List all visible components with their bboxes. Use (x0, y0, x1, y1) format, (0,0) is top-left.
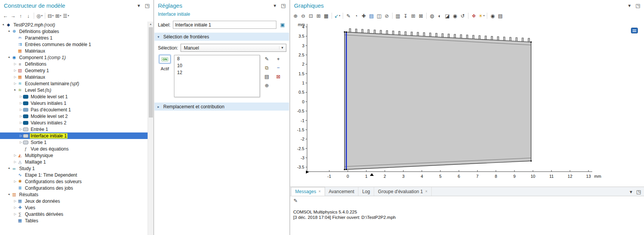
tab-messages[interactable]: Messages× (291, 187, 325, 196)
expand-arrow-icon[interactable]: ▷ (13, 199, 17, 203)
selection-dropdown[interactable]: Manuel ▼ (181, 44, 286, 52)
expand-arrow-icon[interactable]: ▷ (13, 206, 17, 209)
selection-item-10[interactable]: 10 (174, 62, 260, 69)
expand-all-icon[interactable]: ⊞▾ (54, 12, 62, 20)
clear-messages-icon[interactable]: ✎ (292, 197, 299, 204)
expand-arrow-icon[interactable]: ▷ (13, 69, 17, 72)
tree-item-vues[interactable]: ▷✚Vues (0, 204, 148, 211)
tree-item-configurations-des-jobs[interactable]: ≣Configurations des jobs (0, 185, 148, 191)
tree-item-mat-riaux[interactable]: ▦Matériaux (0, 48, 148, 54)
tree-item-quantit-s-d-riv-es[interactable]: ▷∑Quantités dérivées (0, 211, 148, 217)
tab-close-icon[interactable]: × (425, 189, 427, 194)
zoom-out-icon[interactable]: ⊖ (299, 12, 307, 20)
select-box-icon[interactable]: ⊞ (409, 12, 417, 20)
panel-menu-icon[interactable]: ▾ (627, 188, 635, 195)
image-settings-icon[interactable]: ▤ (368, 12, 375, 20)
go-to-default-view-icon[interactable]: ↙▾ (334, 12, 341, 20)
add-icon[interactable]: + (274, 55, 282, 63)
tree-item-etape-1-time-dependent[interactable]: ∿Etape 1: Time Dependent (0, 172, 148, 178)
scrollbar-up-icon[interactable]: ▲ (148, 22, 153, 26)
tree-item-pas-d-coulement-1[interactable]: ▷Pas d'écoulement 1 (0, 106, 148, 113)
panel-menu-icon[interactable]: ▾ (271, 2, 279, 9)
tree-item-vue-des-quations[interactable]: ƒVue des équations (0, 146, 148, 152)
edit-geometry-icon[interactable]: ✎ (345, 12, 352, 20)
wireframe-mode-icon[interactable]: ◫ (375, 12, 383, 20)
expand-arrow-icon[interactable]: ▷ (13, 212, 17, 216)
tree-item-interface-initiale-1[interactable]: ▷Interface initiale 1 (0, 132, 148, 139)
tree-item-tables[interactable]: ▦Tables (0, 217, 148, 224)
tab-close-icon[interactable]: × (319, 189, 321, 194)
tab-groupe-d-valuation-1[interactable]: Groupe d'évaluation 1× (374, 187, 432, 196)
selection-item-12[interactable]: 12 (174, 69, 260, 76)
label-input[interactable] (173, 21, 276, 29)
element-properties-icon[interactable]: ▣ (279, 21, 286, 29)
expand-arrow-icon[interactable]: ▷ (19, 108, 23, 111)
tree-item-param-tres-1[interactable]: PiParamètres 1 (0, 35, 148, 41)
active-toggle-button[interactable]: ON (159, 55, 171, 63)
print-icon[interactable]: ▤ (496, 12, 504, 20)
tree-item-valeurs-initiales-1[interactable]: ▷Valeurs initiales 1 (0, 100, 148, 106)
pin-icon[interactable]: ◳ (279, 2, 287, 9)
tree-item-multiphysique[interactable]: ▷◭Multiphysique (0, 152, 148, 159)
expand-arrow-icon[interactable]: ▷ (19, 134, 23, 137)
section-boundary-selection[interactable]: ▾ Sélection de frontières (154, 33, 289, 41)
copy-selection-icon[interactable]: ⧉ (263, 64, 271, 71)
tree-item-valeurs-initiales-2[interactable]: ▷Valeurs initiales 2 (0, 119, 148, 126)
move-down-icon[interactable]: ↓ (25, 12, 32, 20)
clear-selection-icon[interactable]: ⊠ (274, 73, 282, 80)
plot-properties-icon[interactable] (631, 28, 638, 33)
tree-item-study-1[interactable]: ▸∞Study 1 (0, 165, 148, 172)
move-up-icon[interactable]: ↑ (17, 12, 25, 20)
tree-item-r-sultats[interactable]: ▸▥Résultats (0, 191, 148, 198)
reset-view-icon[interactable]: ↺ (459, 12, 467, 20)
expand-arrow-icon[interactable]: ▷ (13, 75, 17, 79)
tree-item-mod-le-level-set-2[interactable]: ▷Modèle level set 2 (0, 113, 148, 119)
selection-color-icon[interactable]: ❖ (470, 12, 478, 20)
expand-arrow-icon[interactable]: ▷ (19, 114, 23, 118)
panel-menu-icon[interactable]: ▾ (626, 2, 633, 9)
scrollbar-thumb[interactable] (149, 27, 153, 118)
tree-item-component-1[interactable]: ▸◉Component 1 (comp 1) (0, 54, 148, 61)
tree-item-geometry-1[interactable]: ▷▧Geometry 1 (0, 67, 148, 74)
zoom-to-selection-icon[interactable]: ⊕ (263, 81, 271, 89)
section-override-contribution[interactable]: ▸ Remplacement et contribution (154, 103, 289, 111)
scene-light-icon[interactable]: ☀▾ (478, 12, 485, 20)
tree-item-d-finitions[interactable]: ▷≡Définitions (0, 61, 148, 67)
scene-capture-icon[interactable]: ◉ (451, 12, 459, 20)
tree-item-level-set[interactable]: ▸≋Level Set (ls) (0, 87, 148, 93)
material-color-icon[interactable]: ◐ (436, 12, 444, 20)
tree-item-configurations-des-solveurs[interactable]: ▷✱Configurations des solveurs (0, 178, 148, 185)
orbit-mode-icon[interactable]: ◔ (352, 12, 360, 20)
tree-item-d-finitions-globales[interactable]: ▸⊕Définitions globales (0, 28, 148, 35)
tree-item-entr-es-communes-de-mod-le-1[interactable]: ⇉Entrées communes de modèle 1 (0, 41, 148, 48)
collapse-all-icon[interactable]: ⊟▾ (47, 12, 54, 20)
tree-item-mat-riaux[interactable]: ▷▦Matériaux (0, 74, 148, 80)
create-selection-icon[interactable]: ✎ (263, 55, 271, 63)
plot-canvas[interactable]: 43.532.521.510.50-0.5-1-1.5-2-2.5-3-3.5-… (290, 22, 643, 187)
snapshot-icon[interactable]: ◉ (489, 12, 496, 20)
tab-log[interactable]: Log (358, 187, 374, 196)
expand-arrow-icon[interactable]: ▷ (19, 101, 23, 105)
forward-icon[interactable]: → (9, 12, 17, 20)
tree-item-ecoulement-laminaire[interactable]: ▷≋Ecoulement laminaire (spf) (0, 80, 148, 87)
pan-mode-icon[interactable]: ✚ (360, 12, 368, 20)
clip-view-icon[interactable]: ◪ (444, 12, 451, 20)
expand-arrow-icon[interactable]: ▷ (19, 127, 23, 131)
remove-icon[interactable]: − (274, 64, 282, 71)
show-icon[interactable]: ◎▾ (36, 12, 43, 20)
tree-item-entr-e-1[interactable]: ▷Entrée 1 (0, 126, 148, 132)
selection-item-8[interactable]: 8 (174, 55, 260, 62)
tree-item-mod-le-level-set-1[interactable]: ▷Modèle level set 1 (0, 93, 148, 100)
expand-arrow-icon[interactable]: ▷ (13, 154, 17, 157)
zoom-extents-icon[interactable]: ⊞ (315, 12, 322, 20)
print-plot-icon[interactable]: ▥ (394, 12, 402, 20)
expand-arrow-icon[interactable]: ▷ (13, 82, 17, 85)
boundary-selection-list[interactable]: 81012 (174, 55, 260, 97)
tree-item-jeux-de-donn-es[interactable]: ▷▦Jeux de données (0, 198, 148, 204)
transparency-icon[interactable]: ◍ (428, 12, 436, 20)
model-tree-options-icon[interactable]: ☰▾ (62, 12, 70, 20)
zoom-in-icon[interactable]: ⊕ (292, 12, 299, 20)
deselect-all-icon[interactable]: ⊠ (417, 12, 425, 20)
expand-arrow-icon[interactable]: ▷ (19, 141, 23, 144)
expand-arrow-icon[interactable]: ▷ (19, 121, 23, 124)
